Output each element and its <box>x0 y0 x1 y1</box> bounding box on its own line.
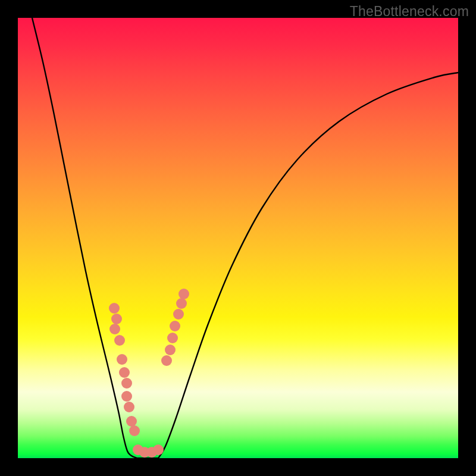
curve-marker <box>153 444 164 455</box>
curve-marker <box>170 321 180 331</box>
curve-markers <box>109 289 189 458</box>
curve-marker <box>109 303 120 314</box>
curve-marker <box>124 402 134 412</box>
curve-marker <box>167 333 178 343</box>
curve-marker <box>126 416 137 427</box>
bottleneck-curve <box>32 18 458 458</box>
curve-marker <box>161 355 172 366</box>
curve-marker <box>117 354 127 365</box>
watermark-text: TheBottleneck.com <box>350 4 469 20</box>
curve-marker <box>176 298 187 309</box>
chart-frame: TheBottleneck.com <box>0 0 476 476</box>
curve-svg <box>18 18 458 458</box>
curve-marker <box>119 367 130 378</box>
curve-marker <box>121 391 132 402</box>
curve-marker <box>178 289 189 299</box>
curve-marker <box>111 314 122 324</box>
curve-marker <box>121 378 132 389</box>
curve-marker <box>114 335 125 346</box>
curve-marker <box>109 324 120 334</box>
plot-area <box>18 18 458 458</box>
curve-marker <box>165 345 176 355</box>
curve-marker <box>173 309 184 320</box>
curve-marker <box>129 425 140 436</box>
